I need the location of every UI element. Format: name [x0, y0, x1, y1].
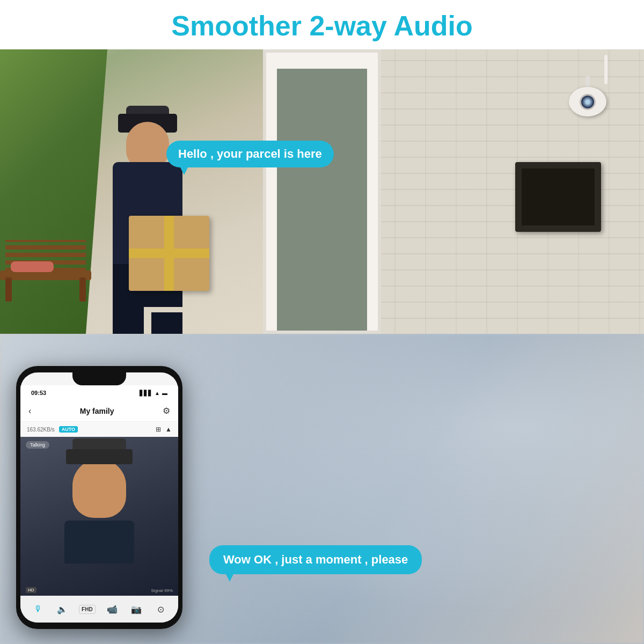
page-title: Smoother 2-way Audio	[0, 10, 644, 42]
hd-label: HD	[26, 587, 36, 593]
main-video	[20, 437, 178, 596]
phone-time: 09:53	[31, 390, 46, 396]
bench-leg	[5, 277, 12, 302]
phone-controls: 🎙 🔈 FHD 📹 📷 ⊙	[20, 596, 178, 623]
phone-header-bar: ‹ My family ⚙	[20, 400, 178, 422]
page-wrapper: Smoother 2-way Audio	[0, 0, 644, 644]
data-speed: 163.62KB/s	[27, 427, 55, 433]
speech-text-bottom: Wow OK , just a moment , please	[223, 553, 408, 566]
door-inner	[277, 69, 367, 331]
leg-left	[113, 304, 144, 334]
parcel-tape-v	[164, 216, 174, 291]
security-camera	[564, 76, 612, 125]
battery-icon: ▬	[162, 390, 167, 396]
deliveryman	[97, 65, 236, 334]
phone-video-area: Talking HD Signal 99%	[20, 437, 178, 596]
parcel	[129, 216, 209, 291]
phone-title: My family	[80, 407, 114, 415]
bench-leg	[79, 277, 86, 302]
person-body	[97, 65, 236, 334]
top-scene: Hello , your parcel is here	[0, 49, 644, 334]
phone-status-bar: 09:53 ▋▋▋ ▲ ▬	[20, 385, 178, 400]
porch-bench	[0, 248, 91, 302]
phone-screen: 09:53 ▋▋▋ ▲ ▬ ‹ My family ⚙ 163.62KB/s	[20, 372, 178, 623]
speech-bubble-top: Hello , your parcel is here	[166, 141, 334, 167]
camera-body	[569, 87, 606, 116]
door-frame	[263, 49, 381, 334]
phone-sub-bar: 163.62KB/s AUTO ⊞ ▲	[20, 422, 178, 437]
more-button[interactable]: ⊙	[153, 602, 168, 617]
photo-button[interactable]: 📷	[129, 602, 144, 617]
signal-icon: ▋▋▋	[140, 390, 152, 396]
sub-bar-icons: ⊞ ▲	[156, 426, 172, 433]
video-body	[64, 521, 134, 564]
leg-right	[151, 312, 182, 334]
video-person	[64, 470, 134, 564]
bottom-scene: 09:53 ▋▋▋ ▲ ▬ ‹ My family ⚙ 163.62KB/s	[0, 334, 644, 644]
camera-lens	[580, 94, 596, 110]
mailbox	[515, 162, 601, 232]
layout-icon: ⊞	[156, 426, 161, 433]
quality-badge: AUTO	[59, 426, 78, 433]
back-button[interactable]: ‹	[28, 406, 31, 416]
speaker-button[interactable]: 🔈	[55, 602, 70, 617]
wifi-icon: ▲	[155, 390, 160, 396]
bench-cushion	[11, 261, 54, 272]
settings-icon[interactable]: ⚙	[163, 406, 170, 416]
mailbox-panel	[522, 169, 595, 225]
talking-label: Talking	[26, 441, 49, 449]
speech-text-top: Hello , your parcel is here	[178, 147, 322, 160]
header: Smoother 2-way Audio	[0, 0, 644, 49]
fhd-button[interactable]: FHD	[79, 605, 96, 614]
video-face	[72, 459, 126, 518]
head	[126, 122, 169, 167]
video-button[interactable]: 📹	[105, 602, 120, 617]
phone-mockup: 09:53 ▋▋▋ ▲ ▬ ‹ My family ⚙ 163.62KB/s	[16, 366, 182, 629]
status-icons: ▋▋▋ ▲ ▬	[140, 390, 167, 396]
bench-legs	[5, 277, 86, 302]
camera-antenna	[604, 55, 608, 84]
phone-notch	[72, 372, 126, 385]
video-hat	[66, 449, 133, 464]
speech-bubble-bottom: Wow OK , just a moment , please	[209, 545, 422, 574]
signal-strength-icon: ▲	[165, 426, 172, 433]
signal-bar: Signal 99%	[151, 588, 173, 593]
mic-button[interactable]: 🎙	[31, 602, 46, 617]
